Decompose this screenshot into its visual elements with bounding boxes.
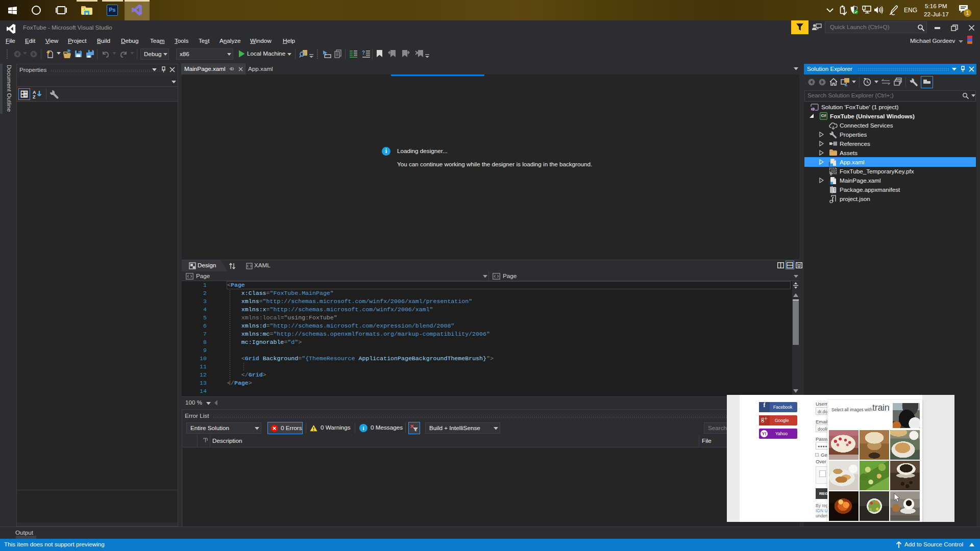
svg-text:Z: Z [33,94,36,99]
svg-text:?: ? [362,50,365,56]
